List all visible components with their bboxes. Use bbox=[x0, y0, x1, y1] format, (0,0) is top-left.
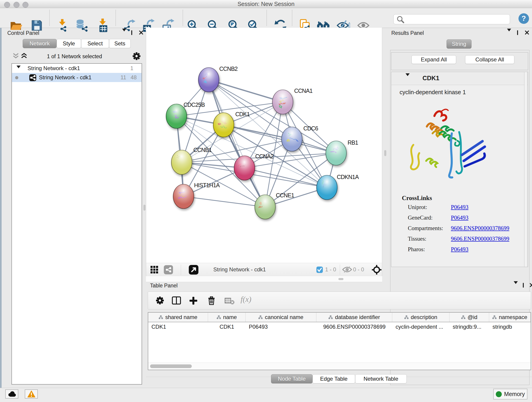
panel-float-icon[interactable] bbox=[517, 31, 518, 35]
network-edge[interactable] bbox=[184, 196, 265, 207]
column-header-description[interactable]: description bbox=[392, 313, 449, 322]
network-node-HIST1H1A[interactable] bbox=[173, 184, 194, 209]
node-details-card: CDK1 cyclin-dependent kinase 1 bbox=[391, 72, 528, 267]
network-edge[interactable] bbox=[224, 125, 336, 153]
crosslink-link[interactable]: P06493 bbox=[451, 246, 468, 253]
table-hscrollbar-track[interactable] bbox=[148, 363, 531, 370]
table-row[interactable]: CDK1CDK1P064939606.ENSP00000378699cyclin… bbox=[148, 322, 531, 332]
table-hscrollbar-thumb[interactable] bbox=[150, 364, 192, 368]
collapse-all-button[interactable]: Collapse All bbox=[465, 55, 514, 64]
crosslink-link[interactable]: 9606.ENSP00000378699 bbox=[451, 236, 509, 242]
cloud-status-icon[interactable] bbox=[5, 389, 18, 399]
panel-menu-icon[interactable] bbox=[514, 284, 518, 288]
tab-edge-table[interactable]: Edge Table bbox=[312, 374, 355, 383]
network-view-canvas[interactable]: CCNB2CCNA1CDC25BCDK1CDC6RB1CCNB1CCNA2CDK… bbox=[146, 28, 382, 263]
crosslink-link[interactable]: P06493 bbox=[451, 204, 468, 211]
table-cell[interactable]: cyclin-dependent ... bbox=[392, 322, 449, 332]
table-cell[interactable]: CDK1 bbox=[148, 322, 208, 332]
tab-network[interactable]: Network bbox=[23, 39, 57, 48]
node-label-CDC6: CDC6 bbox=[303, 125, 318, 132]
delete-table-icon[interactable] bbox=[225, 298, 234, 306]
network-tree-root-row[interactable]: String Network - cdk1 1 bbox=[12, 64, 142, 73]
table-options-gear-icon[interactable] bbox=[156, 296, 164, 306]
tab-network-table[interactable]: Network Table bbox=[355, 374, 407, 383]
column-header-namespace[interactable]: namespace bbox=[489, 313, 531, 322]
tab-sets[interactable]: Sets bbox=[109, 39, 131, 48]
network-edge[interactable] bbox=[209, 80, 283, 102]
crosslink-link[interactable]: P06493 bbox=[451, 215, 468, 221]
crosslink-link[interactable]: 9606.ENSP00000378699 bbox=[451, 225, 509, 231]
network-node-CDK1[interactable] bbox=[213, 113, 234, 137]
network-node-CCNB1[interactable] bbox=[171, 150, 192, 174]
table-cell[interactable]: stringdb:9... bbox=[450, 322, 489, 332]
expand-all-button[interactable]: Expand All bbox=[412, 55, 456, 64]
control-panel-title: Control Panel bbox=[7, 30, 39, 36]
tab-node-table[interactable]: Node Table bbox=[271, 374, 312, 383]
warning-status-icon[interactable] bbox=[25, 389, 38, 399]
node-name-title: CDK1 bbox=[423, 75, 439, 82]
birds-eye-view-icon[interactable] bbox=[150, 265, 159, 275]
network-node-RB1[interactable] bbox=[326, 141, 346, 165]
show-columns-icon[interactable] bbox=[172, 296, 181, 306]
collapse-section-icon[interactable] bbox=[405, 76, 410, 80]
search-input[interactable] bbox=[404, 16, 510, 23]
add-column-icon[interactable] bbox=[189, 296, 198, 306]
tab-string[interactable]: String bbox=[447, 39, 472, 49]
network-node-CDC6[interactable] bbox=[282, 127, 302, 151]
search-icon bbox=[396, 15, 404, 23]
node-label-CCNB1: CCNB1 bbox=[193, 147, 212, 153]
table-cell[interactable]: P06493 bbox=[246, 322, 317, 332]
table-cell[interactable]: 9606.ENSP00000378699 bbox=[317, 322, 392, 332]
panel-close-icon[interactable] bbox=[139, 31, 143, 36]
hidden-eye-icon[interactable] bbox=[342, 266, 352, 274]
network-node-CCNA2[interactable] bbox=[234, 156, 255, 180]
column-header-database-identifier[interactable]: database identifier bbox=[317, 313, 392, 322]
window-title: Session: New Session bbox=[0, 0, 532, 8]
panel-float-icon[interactable] bbox=[131, 31, 132, 35]
network-node-CDKN1A[interactable] bbox=[317, 175, 337, 200]
column-header-name[interactable]: name bbox=[208, 313, 246, 322]
network-tree-child-row[interactable]: String Network - cdk1 11 48 bbox=[12, 73, 142, 82]
panel-close-icon[interactable] bbox=[530, 283, 532, 288]
node-label-CCNA1: CCNA1 bbox=[294, 88, 312, 94]
node-details-header[interactable]: CDK1 bbox=[391, 72, 528, 85]
horizontal-splitter[interactable] bbox=[146, 276, 382, 282]
open-in-window-icon[interactable] bbox=[189, 265, 198, 275]
network-node-CCNA1[interactable] bbox=[272, 90, 293, 114]
table-cell[interactable]: stringdb bbox=[489, 322, 531, 332]
table-cell[interactable]: CDK1 bbox=[208, 322, 246, 332]
crosslink-row: Tissues:9606.ENSP00000378699 bbox=[391, 233, 520, 244]
center-view-crosshair-icon[interactable] bbox=[372, 265, 381, 275]
tab-style[interactable]: Style bbox=[57, 39, 81, 48]
network-type-icon bbox=[29, 74, 36, 81]
network-options-gear-icon[interactable] bbox=[133, 52, 141, 61]
panel-menu-icon[interactable] bbox=[122, 32, 126, 36]
tab-select[interactable]: Select bbox=[81, 39, 109, 48]
help-icon[interactable]: ? bbox=[519, 13, 529, 24]
table-header-row[interactable]: shared namenamecanonical namedatabase id… bbox=[148, 313, 531, 322]
crosslink-row: Pharos:P06493 bbox=[391, 244, 520, 254]
network-share-badge-icon[interactable] bbox=[164, 265, 173, 275]
panel-menu-icon[interactable] bbox=[507, 32, 511, 36]
network-node-CCNE1[interactable] bbox=[255, 195, 275, 219]
delete-column-icon[interactable] bbox=[207, 296, 215, 306]
toolbar-separator bbox=[292, 10, 292, 26]
application-window: Session: New Session bbox=[0, 0, 532, 402]
column-type-icon bbox=[159, 315, 163, 319]
results-scrollbar-track[interactable] bbox=[524, 72, 527, 267]
selected-checkbox-icon[interactable] bbox=[317, 267, 323, 274]
collapse-all-networks-icon[interactable] bbox=[12, 53, 19, 60]
right-splitter-grab-dot[interactable] bbox=[384, 150, 386, 156]
function-builder-icon[interactable]: f(x) bbox=[241, 295, 251, 304]
network-node-CCNB2[interactable] bbox=[198, 68, 219, 92]
panel-float-icon[interactable] bbox=[523, 283, 524, 287]
node-label-CDC25B: CDC25B bbox=[184, 102, 205, 108]
column-header-shared-name[interactable]: shared name bbox=[148, 313, 208, 322]
column-header-@id[interactable]: @id bbox=[450, 313, 489, 322]
column-header-canonical-name[interactable]: canonical name bbox=[246, 313, 317, 322]
splitter-grab-dot[interactable] bbox=[338, 278, 343, 280]
panel-close-icon[interactable] bbox=[525, 31, 529, 36]
crosslink-label: GeneCard: bbox=[408, 215, 433, 221]
memory-button[interactable]: Memory bbox=[493, 389, 527, 400]
left-splitter-grab-dot[interactable] bbox=[143, 205, 146, 211]
